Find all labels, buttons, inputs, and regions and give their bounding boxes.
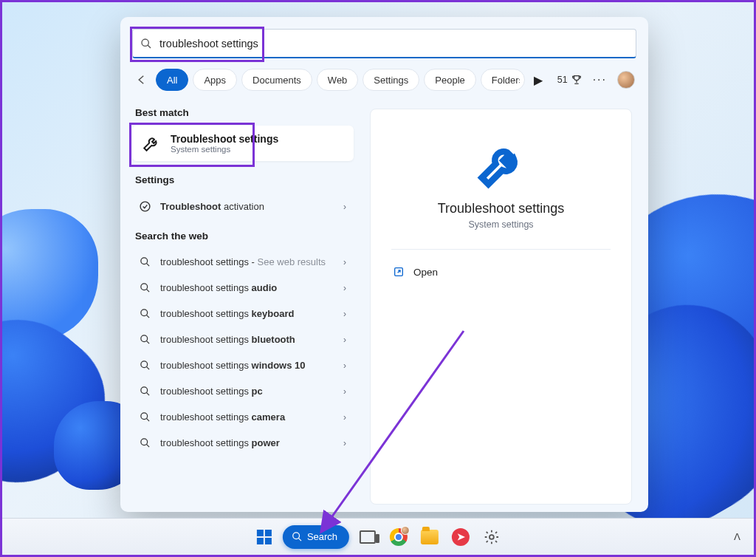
folder-icon bbox=[421, 530, 439, 544]
web-result[interactable]: troubleshoot settings power› bbox=[132, 430, 352, 456]
svg-line-24 bbox=[298, 538, 301, 541]
svg-line-1 bbox=[148, 45, 151, 48]
task-view-icon bbox=[360, 530, 376, 544]
tab-web[interactable]: Web bbox=[317, 69, 359, 91]
chevron-right-icon: › bbox=[343, 360, 346, 371]
tab-settings[interactable]: Settings bbox=[362, 69, 419, 91]
open-icon bbox=[393, 266, 405, 278]
search-web-heading: Search the web bbox=[135, 230, 357, 242]
svg-point-23 bbox=[293, 533, 300, 539]
action-label: Open bbox=[413, 267, 438, 278]
result-text: Troubleshoot activation bbox=[160, 201, 343, 212]
tab-people[interactable]: People bbox=[424, 69, 475, 91]
back-button[interactable] bbox=[132, 73, 151, 86]
scroll-tabs-right-button[interactable]: ▶ bbox=[534, 73, 543, 87]
search-input[interactable] bbox=[159, 38, 628, 49]
best-match-result[interactable]: Troubleshoot settings System settings bbox=[132, 126, 354, 161]
settings-result[interactable]: Troubleshoot activation › bbox=[132, 193, 352, 220]
result-text: troubleshoot settings audio bbox=[160, 282, 343, 293]
best-match-title: Troubleshoot settings bbox=[171, 133, 278, 145]
more-options-button[interactable]: ··· bbox=[593, 73, 607, 86]
detail-subtitle: System settings bbox=[391, 219, 611, 230]
chevron-right-icon: › bbox=[343, 412, 346, 423]
svg-line-9 bbox=[146, 315, 149, 318]
search-icon bbox=[137, 411, 153, 423]
taskbar-search-button[interactable]: Search bbox=[283, 525, 349, 549]
start-search-panel: All Apps Documents Web Settings People F… bbox=[120, 17, 648, 512]
result-text: troubleshoot settings pc bbox=[160, 386, 343, 397]
svg-line-15 bbox=[146, 392, 149, 395]
web-result[interactable]: troubleshoot settings bluetooth› bbox=[132, 327, 352, 352]
search-box[interactable] bbox=[132, 29, 636, 58]
task-view-button[interactable] bbox=[355, 524, 380, 550]
web-result[interactable]: troubleshoot settings - See web results› bbox=[132, 249, 352, 275]
detail-pane: Troubleshoot settings System settings Op… bbox=[357, 98, 648, 512]
search-icon bbox=[137, 360, 153, 371]
tab-all[interactable]: All bbox=[156, 69, 188, 91]
search-icon bbox=[292, 531, 303, 542]
search-icon bbox=[137, 334, 153, 345]
taskbar-app-mail[interactable]: ➤ bbox=[448, 524, 473, 550]
chevron-right-icon: › bbox=[343, 309, 346, 319]
check-circle-icon bbox=[137, 200, 153, 213]
start-button[interactable] bbox=[252, 524, 277, 550]
web-result[interactable]: troubleshoot settings camera› bbox=[132, 404, 352, 430]
result-text: troubleshoot settings bluetooth bbox=[160, 334, 343, 345]
taskbar-app-chrome[interactable] bbox=[386, 524, 411, 550]
result-text: troubleshoot settings windows 10 bbox=[160, 360, 343, 371]
tab-documents[interactable]: Documents bbox=[241, 69, 312, 91]
tray-overflow-button[interactable]: ᐱ bbox=[734, 531, 740, 542]
divider bbox=[391, 249, 611, 250]
svg-line-11 bbox=[146, 341, 149, 344]
taskbar-search-label: Search bbox=[307, 531, 337, 542]
search-icon bbox=[137, 437, 153, 448]
svg-point-25 bbox=[489, 535, 494, 539]
svg-point-0 bbox=[142, 39, 148, 46]
filter-tabs: All Apps Documents Web Settings People F… bbox=[120, 58, 648, 98]
tab-apps[interactable]: Apps bbox=[193, 69, 237, 91]
search-icon bbox=[137, 386, 153, 397]
svg-point-8 bbox=[140, 310, 147, 316]
taskbar-app-explorer[interactable] bbox=[417, 524, 442, 550]
mail-icon: ➤ bbox=[452, 528, 470, 546]
chevron-right-icon: › bbox=[343, 257, 346, 267]
search-icon bbox=[140, 38, 152, 49]
settings-heading: Settings bbox=[135, 174, 357, 185]
best-match-heading: Best match bbox=[135, 107, 357, 118]
web-result[interactable]: troubleshoot settings pc› bbox=[132, 378, 352, 404]
svg-point-10 bbox=[140, 335, 147, 342]
svg-point-3 bbox=[140, 202, 150, 211]
chevron-right-icon: › bbox=[343, 202, 346, 212]
chrome-icon bbox=[390, 528, 408, 546]
search-icon bbox=[137, 256, 153, 267]
result-text: troubleshoot settings - See web results bbox=[160, 256, 343, 267]
windows-logo-icon bbox=[257, 530, 272, 544]
open-action[interactable]: Open bbox=[391, 263, 611, 281]
user-avatar[interactable] bbox=[617, 71, 635, 89]
gear-icon bbox=[484, 529, 500, 545]
svg-line-5 bbox=[146, 263, 149, 266]
chevron-right-icon: › bbox=[343, 283, 346, 293]
taskbar-app-settings[interactable] bbox=[479, 524, 504, 550]
trophy-icon bbox=[571, 74, 583, 86]
search-row bbox=[120, 17, 648, 58]
svg-line-19 bbox=[146, 444, 149, 447]
svg-line-17 bbox=[146, 418, 149, 421]
web-result[interactable]: troubleshoot settings audio› bbox=[132, 275, 352, 301]
result-text: troubleshoot settings keyboard bbox=[160, 308, 343, 319]
web-result[interactable]: troubleshoot settings windows 10› bbox=[132, 352, 352, 378]
wrench-icon bbox=[141, 133, 162, 154]
web-result[interactable]: troubleshoot settings keyboard› bbox=[132, 301, 352, 327]
result-text: troubleshoot settings power bbox=[160, 437, 343, 448]
tab-folders[interactable]: Folders bbox=[481, 69, 525, 91]
points-value: 51 bbox=[557, 75, 568, 85]
search-icon bbox=[137, 282, 153, 293]
search-icon bbox=[137, 308, 153, 319]
svg-line-13 bbox=[146, 366, 149, 369]
taskbar: Search ➤ ᐱ bbox=[2, 518, 754, 555]
svg-point-12 bbox=[140, 361, 147, 368]
results-list: Best match Troubleshoot settings System … bbox=[120, 98, 357, 512]
rewards-points[interactable]: 51 bbox=[557, 74, 583, 86]
chevron-right-icon: › bbox=[343, 335, 346, 345]
svg-point-4 bbox=[140, 258, 147, 264]
